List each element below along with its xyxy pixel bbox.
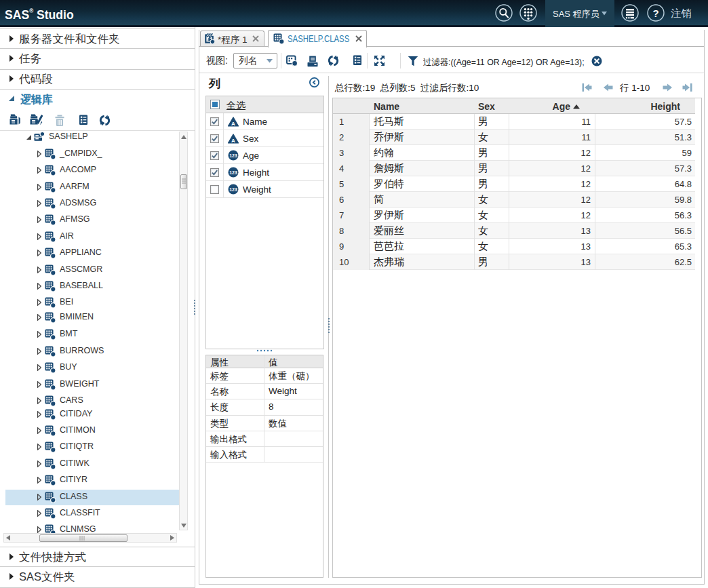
- svg-text:A: A: [231, 138, 235, 144]
- svg-text:123: 123: [229, 187, 237, 192]
- svg-text:?: ?: [652, 7, 658, 19]
- svg-text:A: A: [231, 121, 235, 127]
- svg-text:123: 123: [229, 170, 237, 175]
- svg-text:123: 123: [229, 153, 237, 158]
